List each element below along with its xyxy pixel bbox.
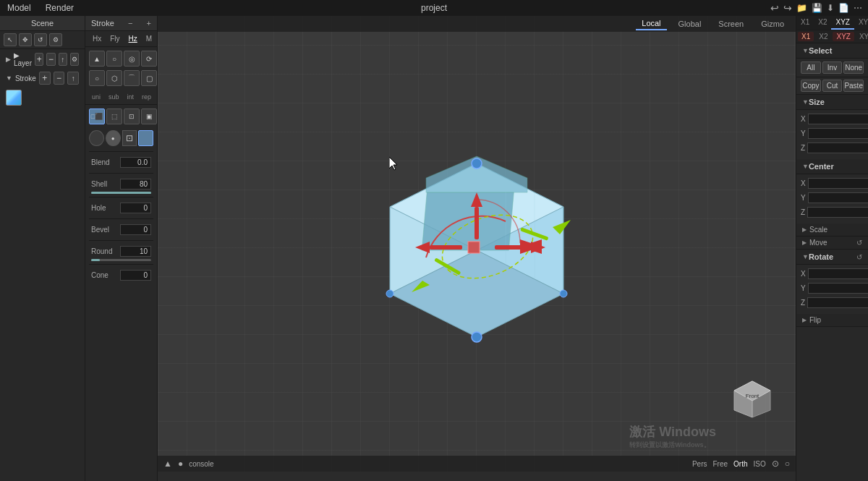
right-tab-x1[interactable]: X1 [796,16,814,30]
right-tab-xyz[interactable]: XYZ [831,16,854,30]
stroke-tool-4[interactable]: ▣ [141,108,157,124]
cone-value[interactable]: 0 [120,270,151,281]
tool-sync[interactable]: ⟳ [141,51,157,67]
circle-tool[interactable] [89,130,104,146]
sub-tab-rep[interactable]: rep [139,92,154,102]
center-z-input[interactable] [807,207,868,218]
scene-move-btn[interactable]: ✥ [19,33,32,46]
viewport[interactable]: Local Global Screen Gizmo [158,16,796,472]
vp-label-free[interactable]: Free [713,460,728,468]
rotate-refresh-icon[interactable]: ↺ [856,253,862,261]
stroke-remove-btn[interactable]: − [54,72,65,85]
flip-header[interactable]: ▶ Flip [796,314,868,326]
vp-bottom-icon-2[interactable]: ● [178,459,183,469]
select-section-header[interactable]: ▼ Select [796,43,868,59]
stroke-up-btn[interactable]: ↑ [67,72,79,85]
plus-btn[interactable]: + [147,19,151,27]
rotate-section-header[interactable]: ▼ Rotate ↺ [796,250,868,265]
expand-tool[interactable]: ⊡ [122,130,137,146]
move-header[interactable]: ▶ Move ↺ [796,237,868,249]
sub-tab-uni[interactable]: uni [89,92,103,102]
scene-cursor-btn[interactable]: ↖ [4,33,17,46]
cut-btn[interactable]: Cut [822,80,843,92]
size-x-input[interactable] [808,114,868,124]
copy-btn[interactable]: Copy [801,80,821,92]
stroke-tool-3[interactable]: ⊡ [124,108,140,124]
fill-tool[interactable] [138,130,153,146]
rotate-z-input[interactable] [807,297,868,308]
gizmo-cube[interactable]: Front [723,370,781,428]
dot-tool[interactable]: ● [106,130,121,146]
select-all-btn[interactable]: All [801,61,821,74]
shell-slider[interactable] [91,192,151,194]
tab-m[interactable]: M [142,33,156,44]
vp-tab-gizmo[interactable]: Gizmo [755,18,790,30]
scene-rotate-btn[interactable]: ↺ [34,33,47,46]
select-inv-btn[interactable]: Inv [822,61,843,74]
vp-bottom-icon-1[interactable]: ▲ [163,459,172,469]
sub-tab-sub[interactable]: sub [106,92,122,102]
tool-box[interactable]: ▢ [141,70,157,86]
scene-settings-btn[interactable]: ⚙ [49,33,62,46]
center-y-input[interactable] [808,192,868,203]
more-icon[interactable]: ⋯ [854,3,862,13]
tab-fly[interactable]: Fly [106,33,123,44]
tool-circle[interactable]: ○ [106,51,122,67]
vp-icon-b[interactable]: ○ [785,459,790,469]
select-none-btn[interactable]: None [843,61,864,74]
right-tab-xy[interactable]: XY [854,16,868,30]
scale-header[interactable]: ▶ Scale [796,224,868,236]
blend-value[interactable]: 0.0 [120,157,151,168]
stroke-tool-2[interactable]: ⬚ [106,108,122,124]
tab-hz[interactable]: Hz [125,33,141,44]
vp-label-orth[interactable]: Orth [733,460,747,468]
vp-label-pers[interactable]: Pers [692,460,707,468]
axis-x1[interactable]: X1 [798,32,814,41]
right-tab-x2[interactable]: X2 [814,16,831,30]
sub-tab-int[interactable]: int [124,92,137,102]
tool-hex[interactable]: ⬡ [106,70,122,86]
center-section-header[interactable]: ▼ Center [796,159,868,174]
stroke-arrow[interactable]: ▼ [6,75,12,82]
redo-icon[interactable]: ↪ [783,2,792,14]
vp-tab-local[interactable]: Local [636,17,666,30]
layer-remove-btn[interactable]: − [46,53,55,66]
hole-value[interactable]: 0 [120,203,151,213]
round-value[interactable]: 10 [120,246,151,257]
size-z-input[interactable] [807,142,868,153]
stroke-tool-1[interactable]: □⬛ [89,108,105,124]
axis-x2[interactable]: X2 [815,32,831,41]
paste-btn[interactable]: Paste [843,80,864,92]
layer-arrow[interactable]: ▶ [6,56,11,63]
menu-model[interactable]: Model [0,1,38,14]
vp-icon-a[interactable]: ⊙ [772,459,779,469]
move-refresh-icon[interactable]: ↺ [856,239,862,247]
size-y-input[interactable] [808,128,868,139]
layer-up-btn[interactable]: ↑ [59,53,67,66]
shell-value[interactable]: 80 [120,179,151,190]
layer-settings-btn[interactable]: ⚙ [70,53,79,66]
file-icon[interactable]: 📄 [838,3,849,13]
tool-ring[interactable]: ○ [89,70,105,86]
minus-btn[interactable]: − [128,19,132,27]
vp-tab-global[interactable]: Global [673,18,707,30]
stroke-add-btn[interactable]: + [39,72,51,85]
vp-tab-screen[interactable]: Screen [712,18,749,30]
tab-hx[interactable]: Hx [89,33,105,44]
axis-xyz[interactable]: XYZ [833,32,854,41]
tool-triangle[interactable]: ▲ [89,51,105,67]
tool-curve[interactable]: ⌒ [124,70,140,86]
download-icon[interactable]: ⬇ [827,3,834,13]
vp-label-iso[interactable]: ISO [754,460,766,468]
undo-icon[interactable]: ↩ [770,2,779,14]
center-x-input[interactable] [808,178,868,189]
save-icon[interactable]: 💾 [812,3,822,13]
rotate-x-input[interactable] [808,268,868,279]
layer-add-btn[interactable]: + [35,53,43,66]
rotate-y-input[interactable] [808,283,868,294]
round-slider[interactable] [91,259,151,261]
folder-icon[interactable]: 📁 [796,3,807,13]
axis-xy[interactable]: XY [856,32,868,41]
bevel-value[interactable]: 0 [120,224,151,235]
menu-render[interactable]: Render [38,1,81,14]
